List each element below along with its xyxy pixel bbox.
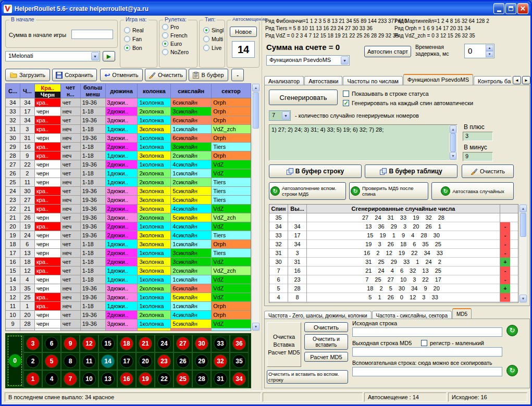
history-row[interactable]: 289кра..неч1-181дюжи..3колонка2сиклайнOr… bbox=[6, 151, 251, 160]
gen-table-row[interactable]: 485 1 26 0 12 3 33- bbox=[269, 293, 518, 302]
board-cell-1[interactable]: 1 bbox=[23, 370, 42, 388]
gen-table-row[interactable]: 323419 3 26 18 6 35 25- bbox=[269, 240, 518, 249]
autofill-md5-button[interactable]: ↻ Автозаполнение вспом. строки МД5 bbox=[269, 182, 346, 200]
buffer-row-button[interactable]: В буфер строку bbox=[269, 164, 362, 178]
count-combo[interactable]: 7 ▼ bbox=[269, 110, 291, 121]
history-scrollbar-thumb[interactable] bbox=[253, 92, 259, 129]
history-row[interactable]: 144чернчет1-181дюжи..1колонка1сиклайнVdZ bbox=[6, 275, 251, 284]
maximize-button[interactable] bbox=[505, 3, 516, 14]
radio-real[interactable]: Real bbox=[124, 27, 157, 33]
board-cell-30[interactable]: 30 bbox=[192, 335, 211, 352]
preset-combo[interactable]: 1Melonati ▼ bbox=[5, 51, 100, 61]
board-cell-35[interactable]: 35 bbox=[230, 352, 249, 370]
clear-generated-button[interactable]: Очистить bbox=[462, 164, 514, 178]
board-cell-17[interactable]: 17 bbox=[117, 352, 136, 370]
board-cell-2[interactable]: 2 bbox=[23, 352, 42, 370]
md5-source-input[interactable] bbox=[352, 327, 502, 337]
save-button[interactable]: Сохранить bbox=[52, 69, 97, 81]
board-cell-12[interactable]: 12 bbox=[80, 335, 98, 352]
history-row[interactable]: 2019кра..неч19-362дюжи..1колонка4сиклайн… bbox=[6, 222, 251, 231]
scroll-up-icon[interactable]: ▲ bbox=[450, 125, 456, 133]
md5-calc-button[interactable]: Расчет MD5 bbox=[304, 352, 348, 362]
generated-numbers-area[interactable]: 1) 27; 2) 24; 3) 31; 4) 33; 5) 19; 6) 32… bbox=[269, 124, 457, 161]
md5-clear-paste-button[interactable]: Очистить и вставить bbox=[304, 334, 348, 350]
radio-bon[interactable]: Bon bbox=[124, 45, 157, 51]
radio-singl[interactable]: Singl bbox=[203, 27, 225, 33]
radio-nozero[interactable]: NoZero bbox=[162, 49, 197, 55]
history-row[interactable]: 2126чернчет19-363дюжи..2колонка5сиклайнV… bbox=[6, 213, 251, 222]
board-cell-27[interactable]: 27 bbox=[174, 335, 192, 352]
board-cell-23[interactable]: 23 bbox=[155, 352, 174, 370]
board-cell-10[interactable]: 10 bbox=[80, 370, 98, 388]
functional-combo[interactable]: Функционал PsevdoMS ▼ bbox=[266, 55, 350, 66]
history-row[interactable]: 1618кра..чет1-182дюжи..3колонка3сиклайнV… bbox=[6, 258, 251, 267]
radio-fan[interactable]: Fan bbox=[124, 36, 157, 42]
undo-button[interactable]: ↩ Отменить bbox=[100, 69, 143, 81]
history-row[interactable]: 928чернчет19-363дюжи..1колонка5сиклайнVd… bbox=[6, 320, 251, 328]
delay-spinner[interactable]: 0 ▲ ▼ bbox=[464, 44, 494, 58]
history-row[interactable]: 262чернчет1-181дюжи..2колонка1сиклайнVdZ bbox=[6, 169, 251, 178]
history-scrollbar[interactable]: ▲ ▼ bbox=[252, 83, 260, 331]
md5-aux-input[interactable] bbox=[352, 367, 502, 376]
load-button[interactable]: Загрузить bbox=[5, 69, 50, 81]
chevron-down-icon[interactable]: ▼ bbox=[341, 56, 349, 65]
board-cell-20[interactable]: 20 bbox=[136, 352, 155, 370]
scroll-up-icon[interactable]: ▲ bbox=[519, 205, 527, 212]
numbers-scrollbar-thumb[interactable] bbox=[450, 133, 456, 152]
board-cell-8[interactable]: 8 bbox=[61, 352, 80, 370]
buffer-table-button[interactable]: В буфер таблицу bbox=[365, 164, 457, 178]
tab-частоты-по-числам[interactable]: Частоты по числам bbox=[343, 76, 402, 85]
history-row[interactable]: 2221кра..неч19-362дюжи..3колонка4сиклайн… bbox=[6, 205, 251, 213]
board-cell-31[interactable]: 31 bbox=[211, 370, 230, 388]
board-cell-21[interactable]: 21 bbox=[136, 335, 155, 352]
board-cell-4[interactable]: 4 bbox=[42, 370, 61, 388]
recycle-icon[interactable]: ↻ bbox=[506, 365, 518, 376]
tab-scroll-left-icon[interactable]: ◄ bbox=[513, 76, 521, 84]
gen-table-row[interactable]: 31316 2 12 19 22 34 33- bbox=[269, 249, 518, 258]
play-button[interactable]: ▶ bbox=[103, 51, 115, 61]
scroll-down-icon[interactable]: ▼ bbox=[450, 152, 456, 160]
history-row[interactable]: 1924чернчет19-362дюжи..3колонка4сиклайнT… bbox=[6, 231, 251, 240]
radio-multi[interactable]: Multi bbox=[203, 36, 225, 42]
board-cell-0[interactable]: 0 bbox=[7, 335, 23, 387]
gen-table-scrollbar[interactable]: ▲ ▼ bbox=[519, 204, 527, 303]
board-cell-18[interactable]: 18 bbox=[117, 335, 136, 352]
chevron-down-icon[interactable]: ▼ bbox=[282, 111, 290, 120]
radio-pro[interactable]: Pro bbox=[162, 24, 197, 30]
board-cell-11[interactable]: 11 bbox=[80, 352, 98, 370]
board-cell-34[interactable]: 34 bbox=[230, 370, 249, 388]
board-cell-14[interactable]: 14 bbox=[98, 352, 117, 370]
check-md5-button[interactable]: ↻ Проверить МД5 после спина bbox=[349, 182, 428, 200]
recycle-icon[interactable]: ↻ bbox=[506, 325, 518, 336]
history-row[interactable]: 1512кра..чет1-181дюжи..3колонка2сиклайнV… bbox=[6, 267, 251, 275]
history-row[interactable]: 2511черннеч1-181дюжи..2колонка2сиклайнTi… bbox=[6, 178, 251, 187]
generate-button[interactable]: Сгенерировать bbox=[269, 90, 338, 105]
gen-table-row[interactable]: 343413 36 29 3 20 26 1- bbox=[269, 222, 518, 231]
history-row[interactable]: 2916кра..чет1-182дюжи..1колонка3сиклайнT… bbox=[6, 143, 251, 151]
history-row[interactable]: 1225кра..неч19-363дюжи..1колонка5сиклайн… bbox=[6, 293, 251, 302]
tab-контроль-банкролл[interactable]: Контроль банкролл bbox=[474, 76, 511, 85]
board-cell-15[interactable]: 15 bbox=[98, 335, 117, 352]
history-row[interactable]: 111кра..неч1-181дюжи..1колонка1сиклайнOr… bbox=[6, 302, 251, 311]
history-row[interactable]: 3317черннеч1-182дюжи..2колонка3сиклайнOr… bbox=[6, 107, 251, 116]
start-sum-input[interactable] bbox=[71, 30, 113, 39]
tab-md5[interactable]: MD5 bbox=[452, 308, 472, 320]
history-row[interactable]: 2327кра..неч19-363дюжи..3колонка5сиклайн… bbox=[6, 196, 251, 205]
history-row[interactable]: 2722чернчет19-362дюжи..1колонка4сиклайнV… bbox=[6, 160, 251, 169]
history-row[interactable]: 3234кра..чет19-363дюжи..1колонка6сиклайн… bbox=[6, 116, 251, 125]
board-cell-29[interactable]: 29 bbox=[192, 352, 211, 370]
autoshift-new-button[interactable]: Новое bbox=[230, 27, 257, 37]
radio-french[interactable]: French bbox=[162, 32, 197, 39]
board-cell-22[interactable]: 22 bbox=[155, 370, 174, 388]
gen-table-row[interactable]: 52818 2 5 30 34 9 20+ bbox=[269, 284, 518, 293]
board-cell-36[interactable]: 36 bbox=[230, 335, 249, 352]
spinner-up-icon[interactable]: ▲ bbox=[486, 45, 493, 51]
gen-table-row[interactable]: 331715 19 1 9 4 28 30- bbox=[269, 231, 518, 240]
gen-table-row[interactable]: 6237 25 27 10 3 22 17- bbox=[269, 275, 518, 284]
history-row[interactable]: 2430кра..чет19-363дюжи..3колонка5сиклайн… bbox=[6, 187, 251, 196]
history-row[interactable]: 833черннеч19-363дюжи..3колонка6сиклайнTi… bbox=[6, 328, 251, 331]
md5-clear-paste-aux-button[interactable]: Очистить и вставить во вспом. строку bbox=[267, 370, 348, 384]
radio-euro[interactable]: Euro bbox=[162, 41, 197, 47]
gen-table-row[interactable]: 71621 24 4 6 32 13 25- bbox=[269, 267, 518, 275]
md5-output-input[interactable] bbox=[352, 347, 502, 357]
